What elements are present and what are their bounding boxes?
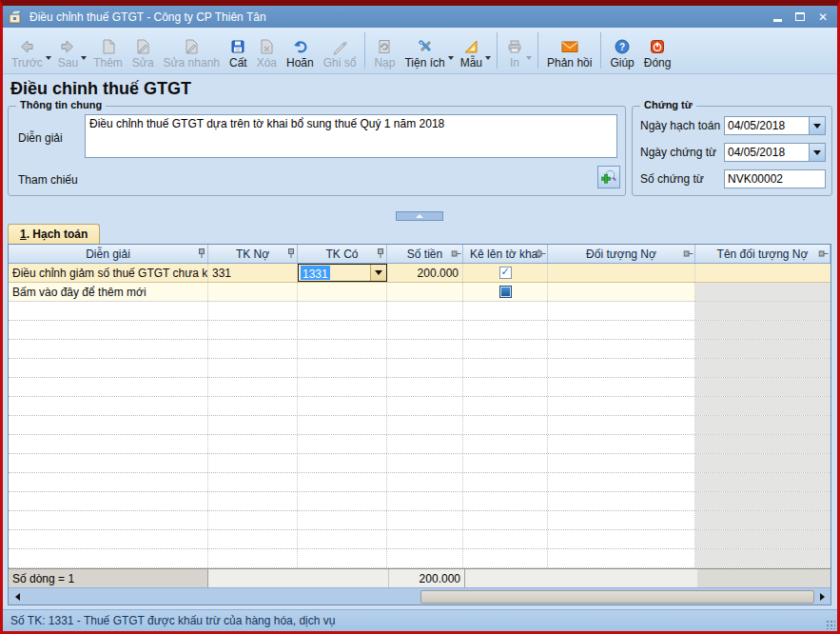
- envelope-icon: [560, 37, 579, 56]
- cell-ten-doi-tuong-no[interactable]: [695, 264, 830, 282]
- minimize-button[interactable]: [773, 19, 782, 22]
- save-floppy-icon: [229, 37, 246, 56]
- pin-icon[interactable]: [198, 248, 205, 259]
- add-reference-button[interactable]: [597, 166, 620, 188]
- maximize-button[interactable]: [795, 12, 805, 21]
- table-row[interactable]: [9, 359, 830, 378]
- feedback-button[interactable]: Phản hồi: [542, 30, 596, 71]
- scroll-left-arrow-icon[interactable]: [11, 591, 23, 603]
- cell-dien-giai[interactable]: Điều chỉnh giảm số thuế GTGT chưa kh: [9, 264, 208, 282]
- template-dropdown-caret[interactable]: [485, 56, 491, 60]
- quick-edit-button[interactable]: Sửa nhanh: [159, 30, 225, 71]
- refresh-document-icon: [376, 37, 393, 56]
- new-row-hint[interactable]: Bấm vào đây để thêm mới: [9, 283, 208, 301]
- table-row[interactable]: [9, 492, 830, 511]
- document-number-field[interactable]: NVK00002: [724, 169, 826, 188]
- utilities-button[interactable]: Tiện ích: [400, 30, 449, 71]
- delete-button[interactable]: Xóa: [252, 30, 282, 71]
- help-button[interactable]: ? Giúp: [605, 30, 638, 71]
- collapse-splitter-button[interactable]: [396, 211, 443, 221]
- toolbar-separator: [497, 32, 498, 69]
- window-title: Điều chỉnh thuế GTGT - Công ty CP Thiên …: [29, 10, 773, 24]
- dropdown-arrow-icon[interactable]: [809, 144, 825, 161]
- cell-ke-len-to-khai[interactable]: [463, 264, 548, 282]
- table-row[interactable]: [9, 397, 830, 416]
- pin-icon[interactable]: [819, 250, 830, 258]
- add-button[interactable]: Thêm: [88, 30, 127, 71]
- app-icon: [9, 10, 24, 25]
- resize-grip[interactable]: [826, 620, 835, 629]
- next-button[interactable]: Sau: [53, 30, 83, 71]
- table-row[interactable]: [9, 473, 830, 492]
- power-icon: [649, 37, 666, 56]
- template-button[interactable]: Mẫu: [456, 30, 487, 71]
- column-header-ke-len-to-khai[interactable]: Kê lên tờ khai: [463, 245, 548, 263]
- posting-date-picker[interactable]: 04/05/2018: [724, 116, 826, 135]
- table-row[interactable]: [9, 378, 830, 397]
- cell-doi-tuong-no[interactable]: [548, 264, 695, 282]
- column-header-ten-doi-tuong-no[interactable]: Tên đối tượng Nợ: [695, 245, 830, 263]
- description-textarea[interactable]: Điều chỉnh thuế GTGT dựa trên tờ khai bổ…: [85, 114, 617, 158]
- document-date-picker[interactable]: 04/05/2018: [724, 143, 826, 162]
- toolbar-separator: [364, 32, 365, 69]
- titlebar: Điều chỉnh thuế GTGT - Công ty CP Thiên …: [3, 6, 837, 28]
- column-header-doi-tuong-no[interactable]: Đối tượng Nợ: [548, 245, 695, 263]
- close-form-button[interactable]: Đóng: [639, 30, 676, 71]
- forward-arrow-icon: [59, 37, 76, 56]
- post-button[interactable]: Ghi sổ: [319, 30, 361, 71]
- edit-document-icon: [134, 37, 151, 56]
- table-row[interactable]: [9, 321, 830, 340]
- tab-hach-toan[interactable]: 1. Hạch toán: [8, 224, 100, 245]
- table-row[interactable]: [9, 549, 830, 568]
- pin-icon[interactable]: [287, 248, 295, 259]
- print-button[interactable]: In: [501, 30, 528, 71]
- svg-text:?: ?: [619, 42, 625, 52]
- reference-label: Tham chiếu: [18, 173, 78, 187]
- accounting-grid: Diễn giải TK Nợ TK Có Số tiền Kê lên tờ …: [8, 244, 831, 605]
- column-header-tk-no[interactable]: TK Nợ: [208, 245, 298, 263]
- table-row[interactable]: [9, 454, 830, 473]
- table-row[interactable]: [9, 302, 830, 321]
- horizontal-scrollbar[interactable]: [9, 587, 830, 604]
- document-number-label: Số chứng từ: [640, 172, 724, 186]
- table-row[interactable]: [9, 511, 830, 530]
- table-row: Điều chỉnh giảm số thuế GTGT chưa kh 331…: [9, 264, 830, 283]
- checkbox-indeterminate-icon[interactable]: [499, 286, 512, 298]
- column-header-tk-co[interactable]: TK Có: [298, 245, 387, 263]
- document-groupbox: Chứng từ Ngày hạch toán 04/05/2018 Ngày …: [632, 106, 832, 196]
- scrollbar-thumb[interactable]: [420, 590, 814, 604]
- table-row[interactable]: [9, 340, 830, 359]
- column-header-so-tien[interactable]: Số tiền: [387, 245, 463, 263]
- pin-icon[interactable]: [452, 250, 462, 258]
- edit-button[interactable]: Sửa: [127, 30, 159, 71]
- toolbar-separator: [537, 32, 538, 69]
- close-button[interactable]: ✕: [818, 11, 828, 23]
- pin-icon[interactable]: [684, 250, 694, 258]
- prev-button[interactable]: Trước: [7, 30, 48, 71]
- total-amount: 200.000: [389, 569, 465, 587]
- table-row[interactable]: [9, 435, 830, 454]
- cell-tk-co-editor[interactable]: 1331: [298, 264, 387, 282]
- reload-button[interactable]: Nạp: [369, 30, 400, 71]
- cell-so-tien[interactable]: 200.000: [387, 264, 463, 282]
- table-row[interactable]: [9, 416, 830, 435]
- grid-header-row: Diễn giải TK Nợ TK Có Số tiền Kê lên tờ …: [9, 245, 830, 264]
- cell-tk-no[interactable]: 331: [208, 264, 298, 282]
- utilities-dropdown-caret[interactable]: [448, 56, 454, 60]
- prev-dropdown-caret[interactable]: [46, 56, 51, 60]
- save-button[interactable]: Cất: [225, 30, 252, 71]
- column-header-dien-giai[interactable]: Diễn giải: [9, 245, 208, 263]
- magnifier-plus-icon: [600, 168, 617, 186]
- table-row[interactable]: [9, 530, 830, 549]
- checkbox-checked-icon[interactable]: [499, 267, 512, 279]
- scroll-right-arrow-icon[interactable]: [816, 591, 828, 603]
- undo-button[interactable]: Hoãn: [282, 30, 319, 71]
- pin-icon[interactable]: [537, 250, 547, 258]
- selected-text: 1331: [301, 266, 330, 280]
- add-new-row[interactable]: Bấm vào đây để thêm mới: [9, 283, 830, 302]
- dropdown-arrow-icon[interactable]: [809, 117, 825, 134]
- pin-icon[interactable]: [377, 248, 384, 259]
- print-dropdown-caret[interactable]: [526, 56, 532, 60]
- editor-dropdown-button[interactable]: [370, 265, 386, 281]
- next-dropdown-caret[interactable]: [81, 56, 87, 60]
